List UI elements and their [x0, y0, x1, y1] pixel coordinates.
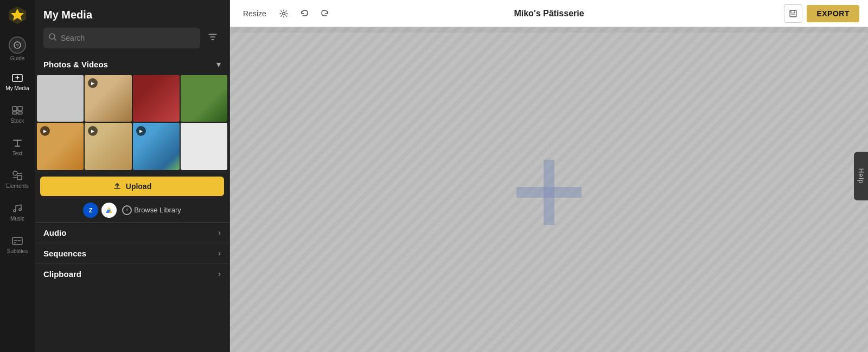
- music-label: Music: [10, 216, 24, 222]
- my-media-label: My Media: [5, 85, 29, 91]
- upload-section: Upload: [35, 172, 229, 198]
- sidebar-item-my-media[interactable]: My Media: [0, 65, 35, 98]
- svg-rect-6: [18, 106, 22, 111]
- photos-videos-section-header[interactable]: Photos & Videos ▾: [35, 54, 229, 75]
- subtitles-icon: [11, 235, 23, 247]
- svg-text:?: ?: [16, 43, 18, 48]
- media-thumb-2[interactable]: ▶: [85, 75, 131, 122]
- elements-label: Elements: [6, 183, 29, 189]
- media-thumb-6[interactable]: ▶: [85, 123, 131, 169]
- integrations-icons: Z: [83, 203, 117, 218]
- elements-icon: [11, 169, 23, 181]
- guide-icon: ?: [9, 36, 26, 54]
- clipboard-section: Clipboard ›: [35, 263, 229, 284]
- save-button[interactable]: [784, 4, 802, 23]
- sidebar-item-music[interactable]: Music: [0, 196, 35, 228]
- icon-bar: ? Guide My Media Stock: [0, 0, 35, 352]
- sidebar-scroll-area: Photos & Videos ▾ ▶ ▶ ▶ ▶: [35, 54, 229, 352]
- media-thumb-3[interactable]: [133, 75, 180, 122]
- stock-icon: [11, 104, 23, 116]
- search-row: [43, 28, 221, 48]
- main-area: Resize Miko's Pâtisserie: [230, 0, 868, 352]
- sidebar-item-guide[interactable]: ? Guide: [0, 33, 35, 65]
- my-media-icon: [11, 72, 23, 84]
- sidebar-header: My Media: [35, 0, 229, 54]
- media-thumb-1[interactable]: [37, 75, 84, 122]
- help-label: Help: [857, 168, 865, 184]
- upload-button[interactable]: Upload: [40, 177, 224, 196]
- sidebar-panel-title: My Media: [43, 9, 221, 21]
- text-label: Text: [12, 150, 22, 156]
- play-icon-6: ▶: [88, 126, 98, 136]
- svg-point-15: [282, 12, 285, 15]
- stock-label: Stock: [10, 118, 24, 124]
- project-title: Miko's Pâtisserie: [514, 9, 584, 18]
- play-icon-2: ▶: [88, 78, 98, 88]
- help-sidebar[interactable]: Help: [854, 152, 868, 200]
- sequences-label: Sequences: [43, 249, 86, 258]
- svg-rect-5: [12, 106, 17, 111]
- sidebar-item-elements[interactable]: Elements: [0, 163, 35, 196]
- toolbar: Resize Miko's Pâtisserie: [230, 0, 868, 27]
- photos-videos-label: Photos & Videos: [43, 60, 108, 69]
- undo-button[interactable]: [297, 6, 312, 21]
- export-button[interactable]: EXPORT: [807, 5, 859, 22]
- subtitles-label: Subtitles: [7, 248, 28, 254]
- toolbar-left: Resize: [239, 6, 333, 21]
- media-thumb-4[interactable]: [181, 75, 227, 122]
- text-icon: [11, 137, 23, 149]
- sidebar-item-subtitles[interactable]: Subtitles: [0, 228, 35, 261]
- audio-section-header[interactable]: Audio ›: [35, 223, 229, 243]
- app-logo: [8, 5, 27, 27]
- resize-button[interactable]: Resize: [239, 7, 271, 20]
- browse-library-label: Browse Library: [134, 206, 181, 214]
- sidebar-panel: My Media Photos & Videos ▾: [35, 0, 230, 352]
- media-grid: ▶ ▶ ▶ ▶: [35, 75, 229, 172]
- browse-library-button[interactable]: + Browse Library: [122, 205, 181, 215]
- redo-button[interactable]: [317, 6, 333, 21]
- browse-circle-icon: +: [122, 205, 132, 215]
- zoom-icon[interactable]: Z: [83, 203, 98, 218]
- add-media-placeholder[interactable]: [516, 160, 582, 225]
- search-input-wrap[interactable]: [43, 28, 200, 48]
- svg-rect-8: [18, 112, 22, 114]
- sequences-section: Sequences ›: [35, 243, 229, 263]
- toolbar-right: EXPORT: [784, 4, 859, 23]
- sequences-section-header[interactable]: Sequences ›: [35, 243, 229, 263]
- upload-label: Upload: [126, 182, 151, 191]
- media-thumb-8[interactable]: [181, 123, 227, 169]
- music-icon: [11, 202, 23, 214]
- sidebar-item-text[interactable]: Text: [0, 130, 35, 163]
- svg-rect-7: [12, 112, 17, 114]
- clipboard-chevron: ›: [218, 269, 221, 278]
- sequences-chevron: ›: [218, 249, 221, 257]
- plus-vertical: [544, 160, 554, 225]
- audio-label: Audio: [43, 228, 67, 237]
- clipboard-label: Clipboard: [43, 269, 81, 279]
- search-icon: [49, 33, 56, 43]
- settings-button[interactable]: [276, 6, 291, 21]
- media-thumb-7[interactable]: ▶: [133, 123, 180, 169]
- svg-rect-17: [791, 10, 795, 13]
- media-thumb-5[interactable]: ▶: [37, 123, 84, 169]
- canvas-area[interactable]: [230, 27, 868, 352]
- guide-label: Guide: [10, 55, 25, 61]
- sidebar-item-stock[interactable]: Stock: [0, 98, 35, 130]
- clipboard-section-header[interactable]: Clipboard ›: [35, 264, 229, 284]
- svg-point-12: [19, 209, 21, 211]
- audio-chevron: ›: [218, 228, 221, 237]
- play-icon-7: ▶: [136, 126, 146, 136]
- library-row: Z + Browse Library: [35, 198, 229, 222]
- photos-videos-chevron: ▾: [216, 59, 221, 70]
- play-icon-5: ▶: [40, 126, 50, 136]
- gdrive-icon[interactable]: [101, 203, 117, 218]
- search-input[interactable]: [61, 34, 195, 42]
- canvas-content: [230, 33, 868, 352]
- svg-point-11: [14, 210, 16, 212]
- audio-section: Audio ›: [35, 222, 229, 243]
- filter-button[interactable]: [205, 29, 221, 48]
- svg-point-9: [13, 171, 17, 175]
- svg-rect-10: [17, 175, 22, 180]
